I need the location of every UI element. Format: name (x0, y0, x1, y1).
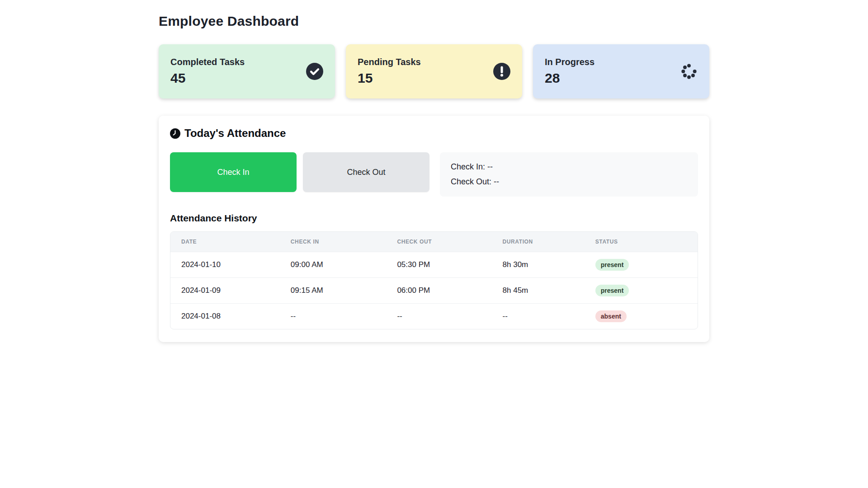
check-out-status: Check Out: -- (451, 174, 687, 189)
check-in-button[interactable]: Check In (170, 152, 297, 192)
history-heading: Attendance History (170, 213, 698, 224)
cell-check-out: -- (397, 303, 502, 329)
table-header-row: DATE CHECK IN CHECK OUT DURATION STATUS (170, 232, 698, 252)
stat-card-pending-tasks: Pending Tasks 15 (346, 44, 522, 99)
cell-date: 2024-01-09 (170, 277, 291, 303)
cell-check-in: 09:15 AM (291, 277, 397, 303)
stat-card-value: 28 (545, 70, 594, 86)
status-badge: present (595, 285, 629, 296)
attendance-history-table: DATE CHECK IN CHECK OUT DURATION STATUS … (170, 231, 698, 329)
check-circle-icon (306, 63, 323, 80)
cell-check-in: 09:00 AM (291, 252, 397, 277)
attendance-heading-text: Today's Attendance (184, 127, 286, 140)
status-badge: present (595, 259, 629, 271)
column-header-date: DATE (170, 232, 291, 252)
cell-check-out: 05:30 PM (397, 252, 502, 277)
attendance-heading: Today's Attendance (170, 127, 698, 140)
stat-card-completed-tasks: Completed Tasks 45 (159, 44, 335, 99)
cell-status: absent (595, 303, 698, 329)
cell-date: 2024-01-10 (170, 252, 291, 277)
table-row: 2024-01-08 -- -- -- absent (170, 303, 698, 329)
column-header-status: STATUS (595, 232, 698, 252)
column-header-duration: DURATION (503, 232, 595, 252)
check-out-button[interactable]: Check Out (303, 152, 429, 192)
column-header-check-in: CHECK IN (291, 232, 397, 252)
attendance-actions: Check In Check Out Check In: -- Check Ou… (170, 152, 698, 197)
stats-row: Completed Tasks 45 Pending Tasks 15 (159, 44, 709, 99)
spinner-icon (680, 63, 698, 80)
exclamation-circle-icon (493, 63, 510, 80)
stat-card-value: 15 (358, 70, 421, 86)
cell-status: present (595, 252, 698, 277)
check-in-status: Check In: -- (451, 160, 687, 174)
clock-icon (170, 128, 180, 139)
status-badge: absent (595, 310, 627, 322)
stat-card-value: 45 (170, 70, 245, 86)
cell-check-out: 06:00 PM (397, 277, 502, 303)
column-header-check-out: CHECK OUT (397, 232, 502, 252)
stat-card-label: Completed Tasks (170, 57, 245, 67)
attendance-panel: Today's Attendance Check In Check Out Ch… (159, 116, 709, 342)
cell-status: present (595, 277, 698, 303)
table-row: 2024-01-09 09:15 AM 06:00 PM 8h 45m pres… (170, 277, 698, 303)
cell-duration: 8h 30m (503, 252, 595, 277)
cell-check-in: -- (291, 303, 397, 329)
cell-date: 2024-01-08 (170, 303, 291, 329)
page-container: Employee Dashboard Completed Tasks 45 Pe… (159, 0, 709, 342)
table-row: 2024-01-10 09:00 AM 05:30 PM 8h 30m pres… (170, 252, 698, 277)
stat-card-label: In Progress (545, 57, 594, 67)
page-title: Employee Dashboard (159, 14, 709, 29)
cell-duration: 8h 45m (503, 277, 595, 303)
stat-card-in-progress: In Progress 28 (533, 44, 709, 99)
attendance-status-panel: Check In: -- Check Out: -- (440, 152, 698, 197)
cell-duration: -- (503, 303, 595, 329)
stat-card-label: Pending Tasks (358, 57, 421, 67)
